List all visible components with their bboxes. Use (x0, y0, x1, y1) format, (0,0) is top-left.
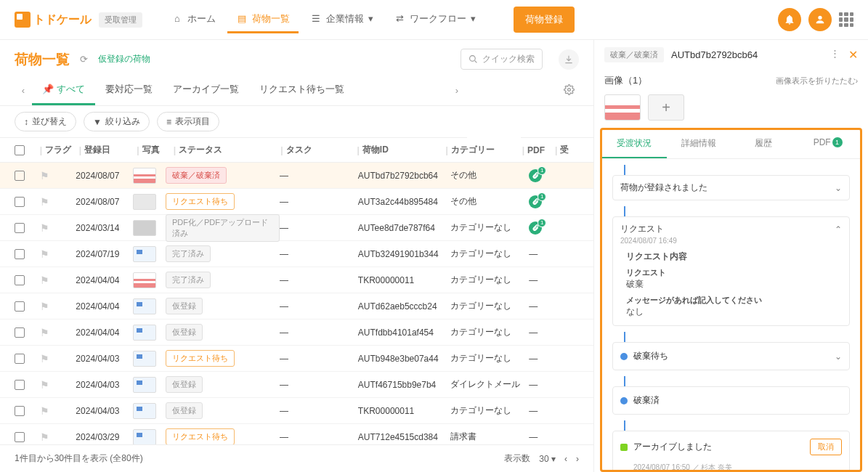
flag-icon[interactable]: ⚑ (40, 196, 49, 208)
table-row[interactable]: ⚑2024/07/19完了済み—AUTb32491901b344カテゴリーなし— (0, 241, 593, 267)
flag-icon[interactable]: ⚑ (40, 327, 49, 338)
attachment-icon[interactable]: 1 (529, 195, 542, 208)
table-row[interactable]: ⚑2024/03/29リクエスト待ち—AUT712e4515cd384請求書— (0, 424, 593, 444)
flag-icon[interactable]: ⚑ (40, 248, 49, 260)
col-flag-header[interactable]: フラグ (45, 144, 76, 156)
detail-tab-info[interactable]: 詳細情報 (667, 130, 731, 158)
detail-tab-history[interactable]: 履歴 (731, 130, 796, 158)
row-checkbox[interactable] (15, 197, 25, 207)
notifications-icon[interactable] (778, 8, 801, 31)
apps-grid-icon[interactable] (839, 12, 853, 27)
row-task: — (280, 327, 358, 338)
row-checkbox[interactable] (15, 432, 25, 442)
user-avatar-icon[interactable] (808, 8, 832, 31)
flag-icon[interactable]: ⚑ (40, 222, 49, 234)
prev-page-icon[interactable]: ‹ (564, 454, 567, 464)
quick-search-input[interactable]: クイック検索 (461, 49, 543, 70)
flag-icon[interactable]: ⚑ (40, 170, 49, 182)
col-receiver-header[interactable]: 受 (560, 144, 579, 156)
table-row[interactable]: ⚑2024/04/03仮登録—AUTf46715bb9e7b4ダイレクトメール— (0, 372, 593, 398)
timeline-done[interactable]: 破棄済 (612, 386, 850, 415)
attachment-icon[interactable]: 1 (529, 221, 542, 235)
register-package-button[interactable]: 荷物登録 (514, 7, 575, 33)
list-tab[interactable]: 📌 すべて (32, 76, 95, 105)
row-package-id: AUTb32491901b344 (358, 249, 451, 259)
row-thumbnail[interactable] (133, 272, 156, 288)
timeline-request[interactable]: リクエスト 2024/08/07 16:49 ⌃ リクエスト内容 リクエスト 破… (612, 216, 850, 326)
flag-icon[interactable]: ⚑ (40, 431, 49, 443)
row-thumbnail[interactable] (133, 246, 156, 262)
row-thumbnail[interactable] (133, 403, 156, 419)
cancel-archive-button[interactable]: 取消 (810, 439, 842, 455)
row-date: 2024/07/19 (76, 249, 132, 259)
next-page-icon[interactable]: › (576, 454, 579, 464)
col-category-header[interactable]: カテゴリー (451, 144, 519, 156)
nav-item[interactable]: ⌂ホーム (163, 7, 224, 33)
per-page-select[interactable]: 30 ▾ (539, 454, 556, 464)
row-thumbnail[interactable] (133, 220, 156, 236)
col-status-header[interactable]: ステータス (179, 144, 277, 156)
table-row[interactable]: ⚑2024/04/04仮登録—AUTfdbb4101af454カテゴリーなし— (0, 320, 593, 346)
col-task-header[interactable]: タスク (286, 144, 354, 156)
list-tab[interactable]: 要対応一覧 (95, 76, 163, 105)
detail-menu-icon[interactable]: ⋮ (830, 48, 840, 62)
close-panel-icon[interactable]: ✕ (848, 48, 858, 62)
flag-icon[interactable]: ⚑ (40, 379, 49, 391)
table-row[interactable]: ⚑2024/08/07リクエスト待ち—AUT3a2c44b895484その他1 (0, 189, 593, 215)
flag-icon[interactable]: ⚑ (40, 274, 49, 286)
attachment-icon[interactable]: 1 (529, 169, 542, 182)
refresh-icon[interactable]: ⟳ (80, 54, 88, 65)
row-checkbox[interactable] (15, 354, 25, 364)
table-row[interactable]: ⚑2024/08/07破棄／破棄済—AUTbd7b2792bcb64その他1 (0, 163, 593, 189)
tabs-settings-icon[interactable] (559, 80, 579, 102)
row-checkbox[interactable] (15, 406, 25, 416)
select-all-checkbox[interactable] (15, 145, 25, 155)
fold-images-link[interactable]: 画像表示を折りたたむ (776, 76, 856, 86)
col-date-header[interactable]: 登録日 (84, 144, 134, 156)
timeline-waiting[interactable]: 破棄待ち⌄ (612, 342, 850, 370)
row-thumbnail[interactable] (133, 351, 156, 367)
download-icon[interactable] (559, 49, 579, 70)
flag-icon[interactable]: ⚑ (40, 405, 49, 417)
row-thumbnail[interactable] (133, 325, 156, 341)
detail-tab-pdf[interactable]: PDF1 (795, 130, 860, 158)
list-tab[interactable]: リクエスト待ち一覧 (249, 76, 354, 105)
row-checkbox[interactable] (15, 249, 25, 259)
flag-icon[interactable]: ⚑ (40, 353, 49, 365)
table-row[interactable]: ⚑2024/04/03仮登録—TKR00000011カテゴリーなし— (0, 398, 593, 424)
nav-item[interactable]: ⇄ワークフロー ▾ (385, 7, 484, 33)
sort-chip[interactable]: ↕ 並び替え (15, 112, 76, 131)
table-row[interactable]: ⚑2024/03/14PDF化／PDFアップロード済み—AUTee8d7de78… (0, 215, 593, 241)
table-row[interactable]: ⚑2024/04/03リクエスト待ち—AUTb948e3be07a44カテゴリー… (0, 346, 593, 372)
row-checkbox[interactable] (15, 380, 25, 390)
tabs-next-icon[interactable]: › (448, 85, 466, 96)
row-checkbox[interactable] (15, 301, 25, 312)
col-photo-header[interactable]: 写真 (142, 144, 171, 156)
add-image-button[interactable]: + (648, 94, 684, 121)
table-row[interactable]: ⚑2024/04/04完了済み—TKR00000011カテゴリーなし— (0, 267, 593, 293)
temp-packages-link[interactable]: 仮登録の荷物 (98, 53, 150, 65)
row-thumbnail[interactable] (133, 298, 156, 314)
columns-chip[interactable]: ≡ 表示項目 (157, 112, 219, 131)
row-checkbox[interactable] (15, 275, 25, 285)
tabs-prev-icon[interactable]: ‹ (15, 85, 32, 96)
col-id-header[interactable]: 荷物ID (362, 144, 443, 156)
nav-item[interactable]: ☰企業情報 ▾ (301, 7, 382, 33)
row-category: カテゴリーなし (450, 404, 529, 417)
row-checkbox[interactable] (15, 327, 25, 338)
detail-tab-status[interactable]: 受渡状況 (602, 130, 667, 158)
col-pdf-header[interactable]: PDF (527, 145, 552, 155)
row-thumbnail[interactable] (133, 194, 156, 210)
list-tab[interactable]: アーカイブ一覧 (163, 76, 249, 105)
filter-chip[interactable]: ▼ 絞り込み (84, 112, 150, 131)
row-checkbox[interactable] (15, 223, 25, 233)
row-thumbnail[interactable] (133, 168, 156, 184)
nav-item[interactable]: ▤荷物一覧 (227, 7, 299, 33)
image-thumbnail[interactable] (604, 94, 641, 121)
row-thumbnail[interactable] (133, 429, 156, 445)
row-thumbnail[interactable] (133, 377, 156, 393)
timeline-registered[interactable]: 荷物が登録されました⌄ (612, 175, 850, 200)
flag-icon[interactable]: ⚑ (40, 301, 49, 312)
row-checkbox[interactable] (15, 171, 25, 181)
table-row[interactable]: ⚑2024/04/04仮登録—AUTd62aeb5cccb24カテゴリーなし— (0, 293, 593, 320)
